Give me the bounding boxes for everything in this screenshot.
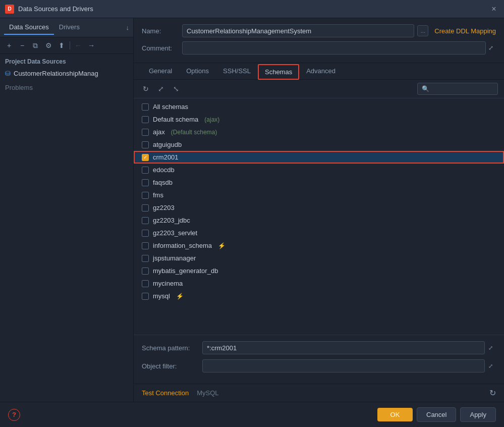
name-input[interactable]	[182, 24, 414, 37]
refresh-schemas-button[interactable]: ↻	[140, 83, 152, 95]
expand-all-button[interactable]: ⤢	[155, 83, 167, 95]
schema-checkbox-faqsdb[interactable]	[142, 179, 149, 186]
cancel-button[interactable]: Cancel	[417, 407, 456, 422]
reload-icon[interactable]: ↻	[489, 388, 496, 398]
schema-checkbox-information-schema[interactable]	[142, 242, 149, 249]
window-title: Data Sources and Drivers	[18, 5, 489, 13]
forward-button[interactable]: →	[85, 39, 97, 51]
collapse-all-button[interactable]: ⤡	[170, 83, 182, 95]
help-button[interactable]: ?	[8, 409, 20, 421]
schema-checkbox-jspstumanager[interactable]	[142, 255, 149, 262]
lightning-icon: ⚡	[218, 242, 226, 249]
create-ddl-button[interactable]: Create DDL Mapping	[434, 27, 496, 35]
schema-item-mycinema[interactable]: mycinema	[134, 277, 504, 290]
schema-checkbox-all[interactable]	[142, 103, 149, 111]
schema-name: jspstumanager	[153, 254, 196, 262]
schema-name: fms	[153, 191, 163, 199]
comment-input[interactable]	[182, 41, 486, 55]
schema-item-gz2203[interactable]: gz2203	[134, 201, 504, 214]
object-filter-expand-button[interactable]: ⤢	[485, 360, 496, 371]
sidebar-toolbar: + − ⧉ ⚙ ⬆ ← →	[0, 37, 133, 54]
object-filter-row: Object filter: ⤢	[142, 359, 496, 372]
tab-schemas[interactable]: Schemas	[258, 64, 299, 80]
schema-item-ajax[interactable]: ajax (Default schema)	[134, 126, 504, 138]
schema-name: mybatis_generator_db	[153, 267, 218, 275]
schema-checkbox-crm2001[interactable]: ✓	[142, 154, 149, 161]
comment-row: Comment: ⤢	[142, 41, 496, 55]
app-icon: D	[5, 5, 14, 14]
close-button[interactable]: ×	[489, 4, 499, 14]
schema-item-all[interactable]: All schemas	[134, 100, 504, 113]
schema-name: mycinema	[153, 280, 183, 287]
schema-item-edocdb[interactable]: edocdb	[134, 164, 504, 176]
sidebar-item-crm[interactable]: ⛁ CustomerRelationshipManag	[0, 67, 133, 80]
apply-button[interactable]: Apply	[460, 407, 496, 422]
sidebar-arrow-icon[interactable]: ↓	[126, 24, 130, 31]
schema-checkbox-gz2203-jdbc[interactable]	[142, 217, 149, 224]
tab-options[interactable]: Options	[179, 63, 216, 80]
schema-name: ajax	[153, 128, 165, 136]
back-button[interactable]: ←	[72, 39, 84, 51]
schema-checkbox-mysql[interactable]	[142, 293, 149, 300]
object-filter-input[interactable]	[202, 359, 485, 372]
toolbar-separator	[70, 41, 70, 49]
schema-name: crm2001	[153, 153, 179, 161]
settings-button[interactable]: ⚙	[42, 39, 54, 51]
schema-checkbox-gz2203[interactable]	[142, 204, 149, 211]
schemas-search-input[interactable]	[417, 83, 498, 95]
problems-section: Problems	[0, 80, 133, 95]
add-button[interactable]: +	[3, 39, 15, 51]
test-connection-button[interactable]: Test Connection	[142, 389, 189, 397]
db-icon: ⛁	[5, 70, 11, 77]
name-input-wrap: …	[182, 24, 428, 37]
schema-name: Default schema	[153, 116, 198, 123]
schema-item-faqsdb[interactable]: faqsdb	[134, 176, 504, 189]
schema-item-jspstumanager[interactable]: jspstumanager	[134, 252, 504, 264]
schema-sub: (ajax)	[204, 116, 219, 123]
object-filter-label: Object filter:	[142, 362, 202, 370]
schemas-panel: ↻ ⤢ ⤡ All schemas Default schema (ajax)	[134, 80, 504, 402]
schema-checkbox-mybatis[interactable]	[142, 268, 149, 275]
schema-pattern-input[interactable]	[202, 341, 485, 354]
schema-item-mybatis[interactable]: mybatis_generator_db	[134, 264, 504, 277]
schemas-toolbar: ↻ ⤢ ⤡	[134, 80, 504, 98]
schema-checkbox-fms[interactable]	[142, 192, 149, 199]
name-expand-button[interactable]: …	[417, 25, 428, 36]
ok-button[interactable]: OK	[377, 408, 413, 421]
schema-checkbox-mycinema[interactable]	[142, 280, 149, 287]
schema-item-default[interactable]: Default schema (ajax)	[134, 113, 504, 126]
comment-expand-button[interactable]: ⤢	[486, 43, 496, 53]
schema-pattern-expand-button[interactable]: ⤢	[485, 342, 496, 353]
tab-drivers[interactable]: Drivers	[54, 20, 85, 35]
schema-pattern-row: Schema pattern: ⤢	[142, 341, 496, 354]
schema-item-mysql[interactable]: mysql ⚡	[134, 290, 504, 302]
schema-item-gz2203-servlet[interactable]: gz2203_servlet	[134, 227, 504, 239]
export-button[interactable]: ⬆	[55, 39, 68, 51]
action-bar: ? OK Cancel Apply	[0, 402, 504, 427]
schemas-list: All schemas Default schema (ajax) ajax (…	[134, 98, 504, 335]
copy-button[interactable]: ⧉	[29, 39, 41, 51]
tab-data-sources[interactable]: Data Sources	[4, 20, 54, 35]
schema-sub: (Default schema)	[171, 129, 217, 136]
tab-ssh-ssl[interactable]: SSH/SSL	[216, 63, 258, 80]
schema-checkbox-gz2203-servlet[interactable]	[142, 230, 149, 237]
schema-checkbox-atguigudb[interactable]	[142, 141, 149, 148]
schema-name: information_schema	[153, 242, 212, 249]
schema-name: faqsdb	[153, 179, 173, 186]
main-layout: Data Sources Drivers ↓ + − ⧉ ⚙ ⬆ ← → Pro…	[0, 18, 504, 402]
schema-item-crm2001[interactable]: ✓ crm2001	[134, 151, 504, 164]
schema-item-fms[interactable]: fms	[134, 189, 504, 201]
sidebar-tabs: Data Sources Drivers ↓	[0, 18, 133, 37]
tab-general[interactable]: General	[142, 63, 179, 80]
lightning-icon-mysql: ⚡	[176, 293, 184, 300]
schema-checkbox-default[interactable]	[142, 116, 149, 123]
form-header: Name: … Create DDL Mapping Comment: ⤢	[134, 18, 504, 63]
schema-checkbox-ajax[interactable]	[142, 129, 149, 136]
schema-item-atguigudb[interactable]: atguigudb	[134, 138, 504, 151]
schema-item-information-schema[interactable]: information_schema ⚡	[134, 239, 504, 252]
remove-button[interactable]: −	[16, 39, 28, 51]
tab-advanced[interactable]: Advanced	[299, 63, 343, 80]
schema-item-gz2203-jdbc[interactable]: gz2203_jdbc	[134, 214, 504, 227]
sidebar: Data Sources Drivers ↓ + − ⧉ ⚙ ⬆ ← → Pro…	[0, 18, 134, 402]
schema-checkbox-edocdb[interactable]	[142, 167, 149, 174]
